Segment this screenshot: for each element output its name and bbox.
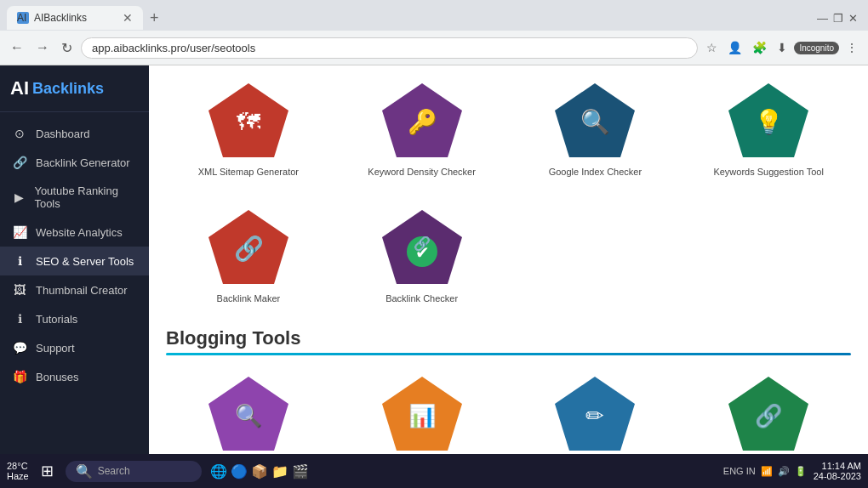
sidebar-label-bonuses: Bonuses <box>36 371 79 383</box>
sidebar-item-website-analytics[interactable]: 📈 Website Analytics <box>0 218 149 247</box>
main-content: 🗺 XML Sitemap Generator 🔑 Keyword Densit… <box>149 65 868 454</box>
clock-time: 11:14 AM <box>814 461 861 471</box>
taskbar-search-box[interactable]: 🔍 Search <box>66 461 202 482</box>
sidebar-item-dashboard[interactable]: ⊙ Dashboard <box>0 119 149 148</box>
sidebar-nav: ⊙ Dashboard 🔗 Backlink Generator ▶ Youtu… <box>0 112 149 454</box>
search-icon: 🔍 <box>76 463 93 479</box>
xml-sitemap-label: XML Sitemap Generator <box>198 167 299 177</box>
taskbar: 28°C Haze ⊞ 🔍 Search 🌐 🔵 📦 📁 🎬 ENG IN 📶 … <box>0 454 868 488</box>
app-layout: AI Backlinks ⊙ Dashboard 🔗 Backlink Gene… <box>0 65 868 454</box>
thumbnail-icon: 🖼 <box>12 283 27 297</box>
logo: AI Backlinks <box>10 77 139 99</box>
taskbar-app2-icon[interactable]: 📁 <box>271 463 288 479</box>
back-button[interactable]: ← <box>7 37 27 59</box>
tool-keyword-density[interactable]: 🔑 Keyword Density Checker <box>340 74 505 184</box>
keywords-suggestion-icon: 💡 <box>726 81 811 162</box>
sidebar-item-thumbnail-creator[interactable]: 🖼 Thumbnail Creator <box>0 275 149 304</box>
sidebar-item-youtube-ranking[interactable]: ▶ Youtube Ranking Tools <box>0 177 149 218</box>
backlink-maker-label: Backlink Maker <box>217 293 281 304</box>
svg-text:🗺: 🗺 <box>237 109 260 135</box>
logo-backlinks: Backlinks <box>32 80 104 98</box>
word-counter-icon: 📊 <box>380 374 465 454</box>
sidebar-label-support: Support <box>36 342 75 355</box>
tab-title: AIBacklinks <box>34 12 87 24</box>
battery-icon: 🔋 <box>795 466 807 477</box>
plagiarism-icon-wrapper: 🔍 <box>206 374 291 454</box>
keyword-density-icon-wrapper: 🔑 <box>380 81 465 162</box>
browser-chrome: AI AIBacklinks ✕ + — ❐ ✕ ← → ↻ ☆ 👤 🧩 ⬇ I… <box>0 0 868 65</box>
taskbar-app3-icon[interactable]: 🎬 <box>292 463 309 479</box>
section-divider <box>166 353 851 355</box>
xml-sitemap-icon: 🗺 <box>206 81 291 162</box>
taskbar-edge-icon[interactable]: 🌐 <box>210 463 227 479</box>
svg-text:🔗: 🔗 <box>233 235 263 263</box>
svg-text:📊: 📊 <box>408 402 437 429</box>
taskbar-chrome-icon[interactable]: 🔵 <box>231 463 248 479</box>
tool-link-analyzer[interactable]: 🔗 Link Analyzer <box>686 367 851 454</box>
tool-xml-sitemap[interactable]: 🗺 XML Sitemap Generator <box>166 74 331 184</box>
menu-icon[interactable]: ⋮ <box>842 37 861 58</box>
google-index-icon-wrapper: 🔍 <box>552 81 637 162</box>
bookmark-icon[interactable]: ☆ <box>703 37 721 58</box>
keywords-suggestion-label: Keywords Suggestion Tool <box>713 167 823 177</box>
sidebar: AI Backlinks ⊙ Dashboard 🔗 Backlink Gene… <box>0 65 149 454</box>
dashboard-icon: ⊙ <box>12 127 27 140</box>
xml-sitemap-icon-wrapper: 🗺 <box>206 81 291 162</box>
extension-icon[interactable]: 🧩 <box>749 37 770 58</box>
tool-article-rewriter[interactable]: ✏ Article Rewriter <box>513 367 678 454</box>
tool-keywords-suggestion[interactable]: 💡 Keywords Suggestion Tool <box>686 74 851 184</box>
forward-button[interactable]: → <box>32 37 53 59</box>
article-rewriter-icon-wrapper: ✏ <box>552 374 637 454</box>
tutorials-icon: ℹ <box>12 312 27 326</box>
backlink-checker-icon: ✔ 🔗 <box>380 207 465 288</box>
new-tab-button[interactable]: + <box>143 9 166 27</box>
tool-backlink-checker[interactable]: ✔ 🔗 Backlink Checker <box>340 201 505 310</box>
link-analyzer-icon: 🔗 <box>726 374 811 454</box>
keyword-density-icon: 🔑 <box>380 81 465 162</box>
nav-bar: ← → ↻ ☆ 👤 🧩 ⬇ Incognito ⋮ <box>0 31 868 65</box>
svg-text:🔍: 🔍 <box>580 108 610 136</box>
youtube-icon: ▶ <box>12 190 26 204</box>
tool-google-index[interactable]: 🔍 Google Index Checker <box>513 74 678 184</box>
taskbar-lang: ENG IN <box>723 466 756 476</box>
close-window-button[interactable]: ✕ <box>848 12 858 25</box>
logo-ai: AI <box>10 77 29 99</box>
sidebar-item-bonuses[interactable]: 🎁 Bonuses <box>0 362 149 391</box>
sidebar-item-seo-server-tools[interactable]: ℹ SEO & Server Tools <box>0 247 149 275</box>
sidebar-label-thumbnail: Thumbnail Creator <box>36 284 128 297</box>
svg-text:🔑: 🔑 <box>407 108 437 136</box>
restore-button[interactable]: ❐ <box>833 12 843 25</box>
tab-close-button[interactable]: ✕ <box>123 11 133 25</box>
tool-plagiarism-checker[interactable]: 🔍 Plagiarism Checker <box>166 367 331 454</box>
weather-temp: 28°C <box>7 461 29 471</box>
start-button[interactable]: ⊞ <box>41 462 54 480</box>
backlink-maker-icon-wrapper: 🔗 <box>206 207 291 288</box>
sidebar-label-analytics: Website Analytics <box>36 226 123 239</box>
download-icon[interactable]: ⬇ <box>774 37 791 58</box>
keyword-density-label: Keyword Density Checker <box>368 167 476 177</box>
svg-text:🔍: 🔍 <box>235 402 263 429</box>
tool-word-counter[interactable]: 📊 Word Counter <box>340 367 505 454</box>
minimize-button[interactable]: — <box>817 12 828 25</box>
refresh-button[interactable]: ↻ <box>58 37 76 60</box>
profile-icon[interactable]: 👤 <box>724 37 745 58</box>
analytics-icon: 📈 <box>12 225 27 239</box>
tool-backlink-maker[interactable]: 🔗 Backlink Maker <box>166 201 331 310</box>
backlink-checker-icon-wrapper: ✔ 🔗 <box>380 207 465 288</box>
address-bar[interactable] <box>81 37 698 59</box>
taskbar-right: ENG IN 📶 🔊 🔋 11:14 AM 24-08-2023 <box>723 461 861 481</box>
taskbar-sys-tray: ENG IN 📶 🔊 🔋 <box>723 466 807 477</box>
sidebar-item-support[interactable]: 💬 Support <box>0 333 149 362</box>
keywords-suggestion-icon-wrapper: 💡 <box>726 81 811 162</box>
backlink-tools-grid: 🔗 Backlink Maker ✔ 🔗 Backlink Checker <box>166 201 851 310</box>
taskbar-app1-icon[interactable]: 📦 <box>251 463 268 479</box>
active-tab[interactable]: AI AIBacklinks ✕ <box>7 6 143 30</box>
sidebar-item-backlink-generator[interactable]: 🔗 Backlink Generator <box>0 148 149 177</box>
seo-icon: ℹ <box>12 254 27 268</box>
svg-text:🔗: 🔗 <box>414 235 431 252</box>
sidebar-item-tutorials[interactable]: ℹ Tutorials <box>0 304 149 333</box>
sidebar-label-seo: SEO & Server Tools <box>36 255 134 268</box>
link-analyzer-icon-wrapper: 🔗 <box>726 374 811 454</box>
logo-area: AI Backlinks <box>0 65 149 112</box>
google-index-label: Google Index Checker <box>549 167 642 177</box>
